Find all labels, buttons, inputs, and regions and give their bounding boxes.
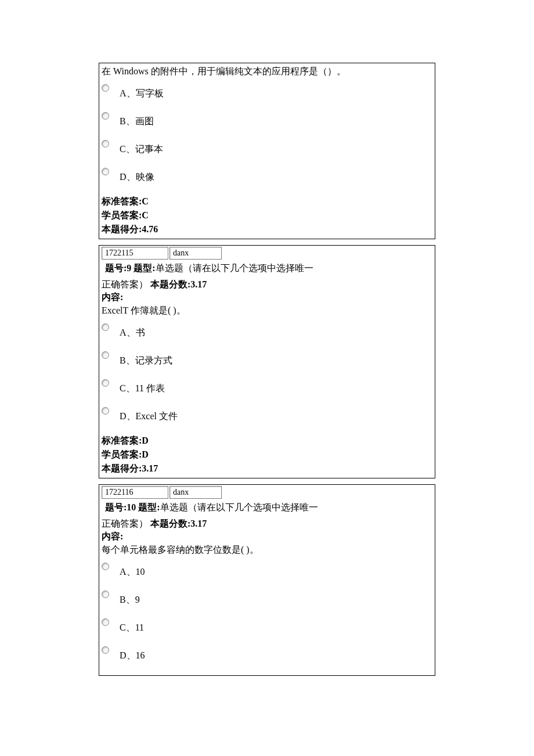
option-row-a: A、书: [102, 322, 432, 340]
option-row-d: D、Excel 文件: [102, 406, 432, 423]
header-text-line2: 正确答案） 本题分数:3.17: [102, 516, 432, 531]
question-block-10: 1722116 danx 题号:10 题型:单选题（请在以下几个选项中选择唯一 …: [99, 484, 435, 676]
radio-icon[interactable]: [102, 646, 109, 654]
standard-answer-line: 标准答案:D: [102, 434, 432, 448]
question-type-label: 题型:: [134, 263, 155, 273]
question-block-prev: 在 Windows 的附件中，用于编辑纯文本的应用程序是（）。 A、写字板 B、…: [99, 63, 435, 239]
question-text: ExcelT 作簿就是( )。: [102, 304, 432, 318]
question-type-input[interactable]: danx: [169, 486, 222, 499]
option-text: C、记事本: [120, 139, 163, 156]
option-row-c: C、11: [102, 617, 432, 635]
full-score-value: 3.17: [190, 279, 207, 289]
full-score-label: 本题分数:: [150, 279, 190, 289]
radio-icon[interactable]: [102, 168, 109, 175]
header-text-line2: 正确答案） 本题分数:3.17: [102, 277, 432, 292]
option-text: B、画图: [120, 111, 154, 128]
radio-icon[interactable]: [102, 112, 109, 120]
radio-icon[interactable]: [102, 323, 109, 331]
question-no-label: 题号:: [105, 263, 127, 273]
radio-icon[interactable]: [102, 84, 109, 92]
standard-answer-label: 标准答案:: [102, 435, 142, 445]
question-no-value: 10: [127, 502, 136, 512]
option-text: D、16: [120, 645, 145, 663]
student-answer-value: C: [142, 210, 149, 220]
option-text: B、9: [120, 589, 140, 607]
radio-icon[interactable]: [102, 407, 109, 415]
option-row-b: B、记录方式: [102, 350, 432, 368]
option-text: A、写字板: [120, 83, 164, 100]
option-row-b: B、画图: [102, 111, 432, 128]
score-line: 本题得分:4.76: [102, 222, 432, 236]
radio-icon[interactable]: [102, 379, 109, 387]
option-row-c: C、11 作表: [102, 378, 432, 395]
student-answer-line: 学员答案:C: [102, 208, 432, 222]
question-block-9: 1722115 danx 题号:9 题型:单选题（请在以下几个选项中选择唯一 正…: [99, 245, 435, 478]
standard-answer-label: 标准答案:: [102, 196, 142, 206]
question-id-input[interactable]: 1722115: [102, 247, 168, 260]
student-answer-value: D: [142, 449, 149, 459]
question-text: 在 Windows 的附件中，用于编辑纯文本的应用程序是（）。: [102, 64, 432, 78]
option-text: A、10: [120, 561, 145, 579]
question-type-text: 单选题（请在以下几个选项中选择唯一: [156, 263, 313, 273]
option-text: C、11: [120, 617, 144, 635]
radio-icon[interactable]: [102, 563, 109, 570]
full-score-label: 本题分数:: [150, 519, 190, 528]
question-no-value: 9: [127, 263, 131, 273]
score-label: 本题得分:: [102, 224, 142, 234]
question-type-input[interactable]: danx: [169, 247, 222, 260]
option-text: B、记录方式: [120, 350, 172, 368]
standard-answer-value: C: [142, 196, 149, 206]
option-row-d: D、映像: [102, 167, 432, 184]
question-type-label: 题型:: [138, 502, 160, 512]
question-header: 1722116 danx 题号:10 题型:单选题（请在以下几个选项中选择唯一: [102, 486, 432, 515]
radio-icon[interactable]: [102, 618, 109, 626]
score-label: 本题得分:: [102, 463, 142, 473]
question-type-text: 单选题（请在以下几个选项中选择唯一: [160, 502, 318, 512]
radio-icon[interactable]: [102, 140, 109, 147]
student-answer-label: 学员答案:: [102, 449, 142, 459]
option-text: D、映像: [120, 167, 154, 184]
radio-icon[interactable]: [102, 591, 109, 598]
option-text: A、书: [120, 322, 145, 340]
question-no-label: 题号:: [105, 502, 127, 512]
option-row-a: A、10: [102, 561, 432, 579]
student-answer-label: 学员答案:: [102, 210, 142, 220]
option-row-b: B、9: [102, 589, 432, 607]
option-text: D、Excel 文件: [120, 406, 178, 423]
score-value: 3.17: [142, 463, 158, 473]
score-value: 4.76: [142, 224, 158, 234]
standard-answer-line: 标准答案:C: [102, 195, 432, 208]
radio-icon[interactable]: [102, 351, 109, 359]
option-row-a: A、写字板: [102, 83, 432, 100]
content-label: 内容:: [102, 531, 432, 543]
header-text-line1: 题号:9 题型:单选题（请在以下几个选项中选择唯一: [105, 261, 313, 276]
content-label: 内容:: [102, 291, 432, 304]
option-row-c: C、记事本: [102, 139, 432, 156]
option-row-d: D、16: [102, 645, 432, 663]
student-answer-line: 学员答案:D: [102, 448, 432, 462]
score-line: 本题得分:3.17: [102, 462, 432, 476]
header-text-line1: 题号:10 题型:单选题（请在以下几个选项中选择唯一: [105, 500, 318, 515]
full-score-value: 3.17: [190, 519, 207, 528]
answer-block: 标准答案:C 学员答案:C 本题得分:4.76: [102, 195, 432, 236]
answer-block: 标准答案:D 学员答案:D 本题得分:3.17: [102, 434, 432, 476]
header-line2-text: 正确答案）: [102, 519, 148, 528]
question-id-input[interactable]: 1722116: [102, 486, 168, 499]
standard-answer-value: D: [142, 435, 149, 445]
option-text: C、11 作表: [120, 378, 165, 395]
question-text: 每个单元格最多容纳的数字位数是( )。: [102, 543, 432, 557]
header-line2-text: 正确答案）: [102, 279, 148, 289]
question-header: 1722115 danx 题号:9 题型:单选题（请在以下几个选项中选择唯一: [102, 247, 432, 276]
